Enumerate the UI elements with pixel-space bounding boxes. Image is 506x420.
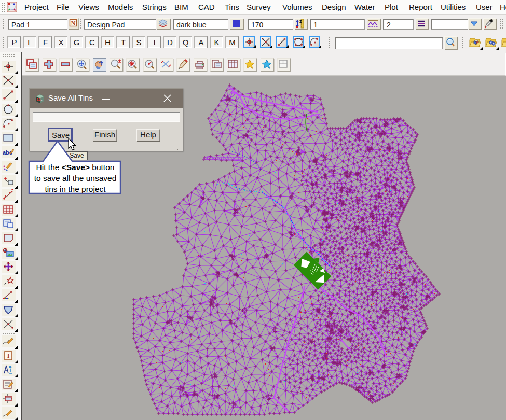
svg-text:z: z [299,19,302,24]
svg-text:I: I [7,352,10,359]
svg-text:N: N [71,20,76,27]
svg-text:Hit the <Save> button: Hit the <Save> button [36,163,115,172]
svg-text:tins in the project: tins in the project [45,185,106,193]
svg-text:12: 12 [37,97,41,101]
svg-text:to save all the unsaved: to save all the unsaved [34,174,117,183]
